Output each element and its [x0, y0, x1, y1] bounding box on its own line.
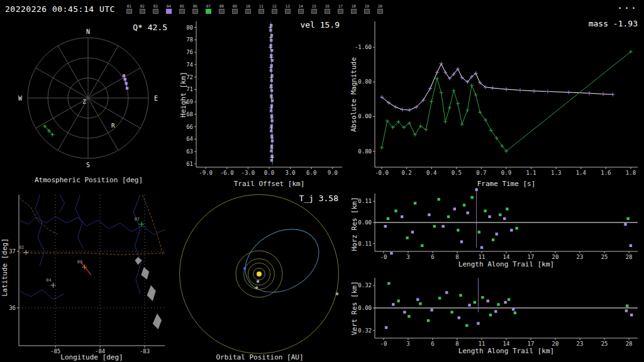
- station-indicator-02[interactable]: 02: [138, 4, 147, 14]
- station-status-box: [232, 9, 238, 14]
- horz-res-xlabel: Length Along Trail [km]: [375, 260, 638, 268]
- svg-text:6: 6: [431, 254, 434, 260]
- trail-offset-plot: -9.0-6.0-3.00.03.06.09.08078767472716968…: [177, 18, 345, 180]
- svg-text:23: 23: [577, 341, 584, 347]
- station-id-label: 05: [180, 4, 184, 8]
- station-status-box: [272, 9, 277, 14]
- svg-text:78: 78: [186, 36, 193, 43]
- station-indicator-01[interactable]: 01: [125, 4, 133, 14]
- station-id-label: 02: [140, 4, 145, 8]
- svg-text:3.0: 3.0: [285, 170, 295, 176]
- station-indicator-09[interactable]: 09: [231, 4, 239, 14]
- orbital-position-plot: [175, 189, 345, 353]
- svg-text:0.9: 0.9: [501, 170, 511, 176]
- station-indicator-04[interactable]: 04: [165, 4, 173, 14]
- station-indicator-14[interactable]: 14: [297, 4, 305, 14]
- svg-text:20: 20: [552, 341, 559, 347]
- station-indicator-12[interactable]: 12: [270, 4, 279, 14]
- svg-text:-0.32: -0.32: [355, 327, 372, 334]
- svg-text:17: 17: [528, 254, 535, 260]
- svg-text:14: 14: [503, 341, 510, 347]
- station-id-label: 15: [312, 4, 316, 8]
- svg-text:71: 71: [186, 86, 193, 92]
- svg-text:0.5: 0.5: [452, 170, 462, 176]
- svg-text:8: 8: [455, 341, 458, 347]
- station-indicator-08[interactable]: 08: [218, 4, 226, 14]
- panel-orbit: T_j 3.58 Orbital Position [AU]: [175, 189, 345, 362]
- svg-text:0.32: 0.32: [358, 282, 372, 288]
- station-status-box: [351, 9, 357, 14]
- svg-text:Z: Z: [82, 99, 86, 105]
- svg-text:76: 76: [186, 49, 193, 55]
- station-indicator-20[interactable]: 20: [376, 4, 384, 14]
- station-id-label: 16: [325, 4, 330, 8]
- frame-time-xlabel: Frame Time [s]: [375, 180, 638, 188]
- station-indicator-13[interactable]: 13: [284, 4, 292, 14]
- svg-text:74: 74: [186, 62, 193, 68]
- panel-atmospheric-position: Q* 42.5 NSEWZR Atmospheric Position [deg…: [0, 18, 177, 189]
- svg-text:25: 25: [601, 254, 608, 260]
- svg-text:80: 80: [186, 25, 193, 31]
- station-indicator-18[interactable]: 18: [350, 4, 358, 14]
- svg-text:0.00: 0.00: [358, 113, 372, 119]
- svg-text:3: 3: [406, 254, 409, 260]
- top-bar: 20220226 00:45:14 UTC 010203040506070809…: [0, 0, 644, 18]
- svg-text:-0: -0: [380, 254, 387, 260]
- svg-text:14: 14: [503, 254, 510, 260]
- svg-text:37: 37: [9, 248, 16, 255]
- station-id-label: 17: [338, 4, 343, 8]
- station-id-label: 09: [233, 4, 237, 8]
- svg-text:08: 08: [77, 260, 82, 265]
- station-indicator-11[interactable]: 11: [257, 4, 265, 14]
- mass-annotation: mass -1.93: [589, 19, 638, 28]
- station-id-label: 18: [352, 4, 356, 8]
- svg-text:-1.60: -1.60: [355, 44, 372, 50]
- station-status-box: [179, 9, 185, 14]
- station-status-box: [126, 9, 132, 14]
- atmospheric-position-plot: NSEWZR: [0, 18, 177, 173]
- svg-text:-3.0: -3.0: [242, 170, 255, 176]
- svg-text:11: 11: [479, 254, 486, 260]
- tisserand-annotation: T_j 3.58: [299, 194, 338, 203]
- svg-text:23: 23: [577, 254, 584, 260]
- svg-text:-9.0: -9.0: [199, 170, 213, 176]
- svg-text:-0.11: -0.11: [355, 241, 372, 247]
- more-options-button[interactable]: ...: [617, 0, 638, 11]
- station-indicator-15[interactable]: 15: [310, 4, 318, 14]
- svg-text:25: 25: [601, 341, 608, 347]
- panel-ground-map: Latitude [deg] -85-84-83373602040708 Lon…: [0, 189, 175, 362]
- panel-residuals: Horz Res [km] -0368111417202325280.11-0.…: [345, 189, 644, 362]
- svg-text:-0.0: -0.0: [375, 170, 389, 176]
- station-indicator-16[interactable]: 16: [323, 4, 331, 14]
- svg-text:04: 04: [46, 278, 51, 283]
- svg-text:-0.00: -0.00: [355, 219, 372, 226]
- station-id-label: 04: [167, 4, 171, 8]
- station-indicator-05[interactable]: 05: [178, 4, 186, 14]
- svg-text:-0: -0: [380, 341, 387, 347]
- svg-text:28: 28: [626, 254, 633, 260]
- qstar-annotation: Q* 42.5: [133, 23, 167, 32]
- station-indicator-17[interactable]: 17: [336, 4, 345, 14]
- svg-text:R: R: [111, 123, 115, 129]
- svg-text:1.4: 1.4: [576, 170, 586, 176]
- station-indicator-07[interactable]: 07: [204, 4, 213, 14]
- svg-text:1.8: 1.8: [626, 170, 636, 176]
- station-id-label: 13: [286, 4, 290, 8]
- svg-text:6.0: 6.0: [306, 170, 316, 176]
- station-id-label: 07: [206, 4, 211, 8]
- station-status-box: [325, 9, 330, 14]
- light-curve-plot: -0.00.20.40.50.70.91.11.31.41.61.8-1.60-…: [345, 18, 644, 180]
- svg-text:-0.80: -0.80: [355, 79, 372, 85]
- svg-text:1.6: 1.6: [601, 170, 611, 176]
- station-indicator-06[interactable]: 06: [191, 4, 199, 14]
- svg-text:0.00: 0.00: [358, 305, 372, 311]
- panel-trail-offset: vel 15.9 Height [km] -9.0-6.0-3.00.03.06…: [177, 18, 345, 189]
- station-status-box: [245, 9, 251, 14]
- svg-text:0.11: 0.11: [358, 198, 372, 204]
- svg-text:0.2: 0.2: [401, 170, 411, 176]
- station-indicator-10[interactable]: 10: [244, 4, 252, 14]
- svg-text:36: 36: [9, 305, 16, 311]
- station-indicator-03[interactable]: 03: [152, 4, 160, 14]
- station-indicator-19[interactable]: 19: [363, 4, 371, 14]
- svg-text:63: 63: [186, 148, 193, 155]
